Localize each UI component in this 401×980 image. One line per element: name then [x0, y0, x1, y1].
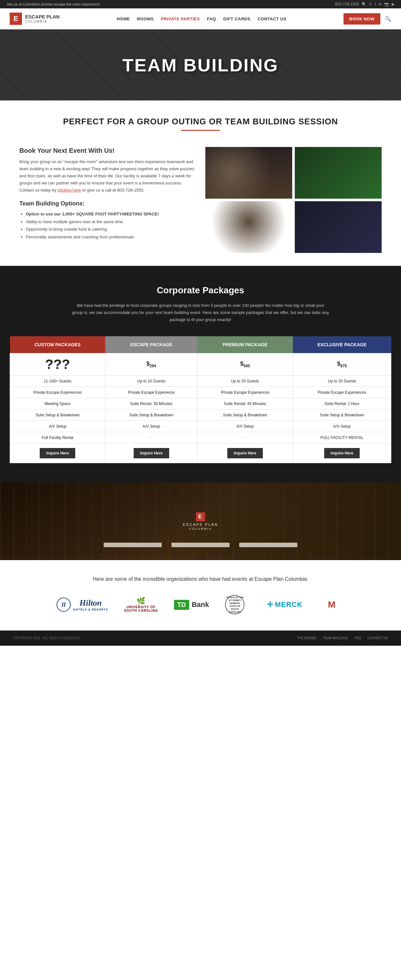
td-bank-logo: TD Bank	[174, 600, 209, 610]
orgs-heading: Here are some of the incredible organiza…	[19, 576, 382, 582]
inquiry-exclusive[interactable]: Inquire Here	[293, 444, 391, 463]
option-2: Ability to have multiple games start at …	[26, 218, 196, 226]
hero-section: TEAM BUILDING	[0, 29, 401, 100]
book-paragraph: Bring your group on an "escape the room"…	[19, 158, 196, 194]
facility-premium: -	[197, 432, 293, 444]
perfect-heading: PERFECT FOR A GROUP OUTING OR TEAM BUILD…	[19, 117, 382, 127]
corporate-description: We have had the privilege to host corpor…	[71, 302, 330, 323]
top-bar-message: Join us at Columbia's premier escape the…	[6, 2, 100, 6]
click-here-link[interactable]: clicking here	[58, 188, 81, 192]
th-escape: Escape Package	[105, 336, 197, 353]
top-bar-right: 803-728-1555 🔍 𝕏 f in 📷 ▶	[335, 2, 395, 6]
team-photo-2	[295, 147, 382, 199]
av-escape: A/V Setup	[105, 421, 197, 432]
orgs-section: Here are some of the incredible organiza…	[0, 560, 401, 630]
hilton-logo: H Hilton HOTELS & RESORTS	[57, 598, 108, 612]
team-photo-4	[295, 201, 382, 253]
attorney-general-logo: OFFICE OF THE ATTORNEY GENERAL STATE OF …	[225, 595, 251, 614]
corporate-section: Corporate Packages We have had the privi…	[0, 266, 401, 482]
logo[interactable]: E ESCAPE PLAN COLUMBIA	[10, 13, 60, 25]
search-icon[interactable]: 🔍	[361, 2, 366, 6]
hero-title: TEAM BUILDING	[122, 54, 279, 76]
orgs-logos: H Hilton HOTELS & RESORTS 🌿 UNIVERSITY O…	[19, 595, 382, 614]
guests-exclusive: Up to 35 Guests	[293, 375, 391, 387]
footer: COPYRIGHT 2015 - ALL RIGHTS RESERVED. TH…	[0, 630, 401, 646]
inquire-premium-button[interactable]: Inquire Here	[227, 448, 263, 458]
guests-escape: Up to 10 Guests	[105, 375, 197, 387]
navbar: E ESCAPE PLAN COLUMBIA HOME ROOMS PRIVAT…	[0, 8, 401, 29]
space-custom: Meeting Space	[10, 398, 106, 410]
th-custom: Custom Packages	[10, 336, 106, 353]
footer-faq[interactable]: FAQ	[355, 636, 361, 640]
option-1: Option to use our 1,000+ SQUARE FOOT PAR…	[26, 210, 196, 218]
packages-table: Custom Packages Escape Package Premium P…	[10, 336, 391, 463]
option-4: Personality assessments and coaching fro…	[26, 233, 196, 241]
th-premium: Premium Package	[197, 336, 293, 353]
book-now-button[interactable]: BOOK NOW	[344, 13, 380, 25]
facebook-icon[interactable]: f	[375, 2, 376, 6]
heading-underline	[181, 130, 220, 131]
nav-private-parties[interactable]: PRIVATE PARTIES	[161, 16, 200, 21]
options-list: Option to use our 1,000+ SQUARE FOOT PAR…	[19, 210, 196, 241]
logo-text: ESCAPE PLAN COLUMBIA	[25, 14, 60, 24]
book-section: Book Your Next Event With Us! Bring your…	[0, 140, 401, 266]
facility-escape: -	[105, 432, 197, 444]
av-custom: A/V Setup	[10, 421, 106, 432]
usc-logo: 🌿 UNIVERSITY OFSOUTH CAROLINA	[124, 597, 158, 612]
options-heading: Team Building Options:	[19, 200, 196, 207]
inquiry-custom[interactable]: Inquire Here	[10, 444, 106, 463]
nav-home[interactable]: HOME	[117, 16, 130, 21]
price-escape: $294	[105, 353, 197, 375]
space-premium: Suite Rental: 45 Minutes	[197, 398, 293, 410]
option-3: Opportunity to bring outside food & cate…	[26, 226, 196, 233]
suite-escape: Suite Setup & Breakdown	[105, 410, 197, 421]
av-premium: A/V Setup	[197, 421, 293, 432]
corporate-heading: Corporate Packages	[10, 285, 391, 296]
inquiry-escape[interactable]: Inquire Here	[105, 444, 197, 463]
inquire-exclusive-button[interactable]: Inquire Here	[324, 448, 360, 458]
social-icon-1[interactable]: in	[379, 2, 382, 6]
guests-premium: Up to 20 Guests	[197, 375, 293, 387]
nav-contact[interactable]: CONTACT US	[258, 16, 286, 21]
meeting-room-photo: E ESCAPE PLANCOLUMBIA	[0, 482, 401, 560]
suite-custom: Suite Setup & Breakdown	[10, 410, 106, 421]
copyright: COPYRIGHT 2015 - ALL RIGHTS RESERVED.	[13, 636, 81, 640]
nav-gift-cards[interactable]: GIFT CARDS	[223, 16, 250, 21]
social-icon-3[interactable]: ▶	[391, 2, 395, 6]
nav-links: HOME ROOMS PRIVATE PARTIES FAQ GIFT CARD…	[117, 16, 286, 21]
phone-number: 803-728-1555	[335, 2, 359, 6]
table-decor	[40, 542, 361, 547]
escape-escape: Private Escape Experience	[105, 387, 197, 398]
escape-exclusive: Private Escape Experiences	[293, 387, 391, 398]
footer-team-building[interactable]: TEAM BUILDING	[323, 636, 348, 640]
logo-icon: E	[10, 13, 22, 25]
inquiry-premium[interactable]: Inquire Here	[197, 444, 293, 463]
price-exclusive: $875	[293, 353, 391, 375]
book-text: Book Your Next Event With Us! Bring your…	[19, 147, 196, 253]
inquire-escape-button[interactable]: Inquire Here	[134, 448, 169, 458]
book-images	[205, 147, 382, 253]
twitter-icon[interactable]: 𝕏	[369, 2, 372, 6]
inquire-custom-button[interactable]: Inquire Here	[40, 448, 75, 458]
footer-contact-us[interactable]: CONTACT US	[368, 636, 388, 640]
suite-exclusive: Suite Setup & Breakdown	[293, 410, 391, 421]
top-bar: Join us at Columbia's premier escape the…	[0, 0, 401, 8]
escape-custom: Private Escape Experiences	[10, 387, 106, 398]
more-logo: M	[319, 600, 344, 610]
price-premium: $545	[197, 353, 293, 375]
perfect-heading-section: PERFECT FOR A GROUP OUTING OR TEAM BUILD…	[0, 100, 401, 140]
nav-rooms[interactable]: ROOMS	[137, 16, 154, 21]
merck-logo: ✛ MERCK	[267, 600, 303, 609]
facility-exclusive: FULL FACILITY RENTAL	[293, 432, 391, 444]
suite-premium: Suite Setup & Breakdown	[197, 410, 293, 421]
escape-premium: Private Escape Experiences	[197, 387, 293, 398]
navbar-search-icon[interactable]: 🔍	[385, 16, 391, 22]
meeting-room-logo: E ESCAPE PLANCOLUMBIA	[183, 512, 218, 530]
th-exclusive: Exclusive Package	[293, 336, 391, 353]
av-exclusive: A/V Setup	[293, 421, 391, 432]
nav-faq[interactable]: FAQ	[207, 16, 216, 21]
social-icon-2[interactable]: 📷	[384, 2, 389, 6]
space-exclusive: Suite Rental: 1 Hour	[293, 398, 391, 410]
team-photo-3	[205, 201, 292, 253]
footer-the-rooms[interactable]: THE ROOMS	[297, 636, 317, 640]
